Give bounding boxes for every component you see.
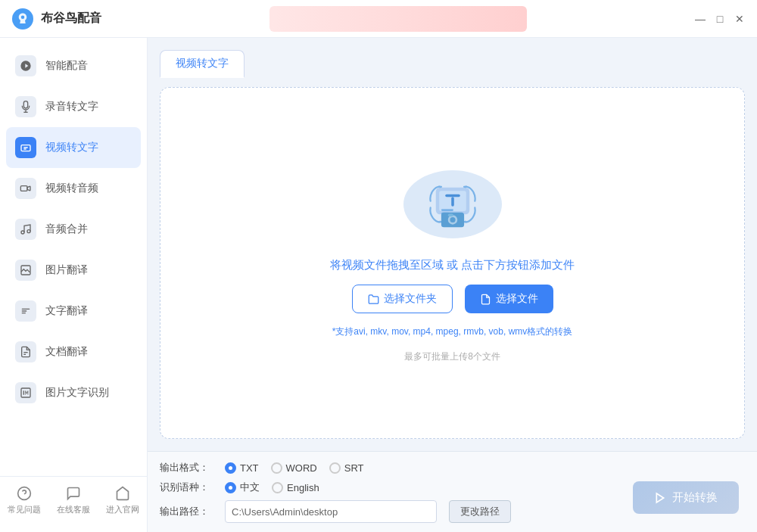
select-folder-label: 选择文件夹 [384,292,437,306]
main-layout: 智能配音录音转文字视频转文字视频转音频音频合并图片翻译文字翻译文档翻译图片文字识… [0,38,757,532]
video2audio-icon [15,178,36,199]
sidebar-item-website-label: 进入官网 [106,504,139,515]
svg-point-6 [27,230,30,233]
sidebar: 智能配音录音转文字视频转文字视频转音频音频合并图片翻译文字翻译文档翻译图片文字识… [0,38,148,532]
upload-limit: 最多可批量上传8个文件 [404,350,500,363]
svg-point-21 [450,217,455,222]
upload-panel: 将视频文件拖拽至区域 或 点击下方按钮添加文件 选择文件夹 选择文 [160,87,745,439]
sidebar-item-support-label: 在线客服 [57,504,90,515]
path-label: 输出路径： [160,505,213,518]
upload-illustration [400,163,506,246]
select-file-button[interactable]: 选择文件 [465,285,553,313]
svg-rect-4 [20,186,27,191]
svg-point-0 [21,15,25,19]
sidebar-item-imgtrans-label: 图片翻译 [45,263,88,277]
svg-rect-16 [451,197,454,206]
app-title: 布谷鸟配音 [41,11,101,26]
format-srt-radio[interactable] [329,462,341,474]
upload-hint: 将视频文件拖拽至区域 或 点击下方按钮添加文件 [330,258,575,272]
format-srt-label: SRT [344,462,364,474]
sidebar-item-audiomerge-label: 音频合并 [45,222,88,236]
select-file-label: 选择文件 [496,292,538,306]
svg-point-5 [21,231,24,234]
upload-buttons: 选择文件夹 选择文件 [352,285,553,313]
svg-rect-22 [447,213,453,216]
lang-chinese-radio[interactable] [225,482,236,493]
sidebar-item-faq-label: 常见问题 [8,504,41,515]
tab-video2text[interactable]: 视频转文字 [160,50,245,78]
format-word-radio[interactable] [271,462,282,474]
video2text-icon [15,137,36,158]
doctrans-icon [15,341,36,362]
sidebar-item-video2text[interactable]: 视频转文字 [6,127,141,168]
format-row: 输出格式： TXT WORD SRT [160,461,745,474]
sidebar-item-doctrans-label: 文档翻译 [45,345,88,359]
svg-rect-3 [21,145,30,151]
format-options: TXT WORD SRT [225,462,364,474]
lang-english-radio[interactable] [272,482,283,493]
titlebar-center [101,6,695,32]
format-srt[interactable]: SRT [329,462,364,474]
sidebar-item-doctrans[interactable]: 文档翻译 [0,331,147,372]
lang-chinese[interactable]: 中文 [225,481,260,494]
format-txt[interactable]: TXT [225,462,259,474]
lang-english[interactable]: English [272,482,319,493]
start-button[interactable]: 开始转换 [633,481,739,514]
svg-rect-15 [445,194,460,198]
sidebar-item-zhipei-label: 智能配音 [45,59,88,73]
upload-formats: *支持avi, mkv, mov, mp4, mpeg, rmvb, vob, … [332,325,573,338]
audiomerge-icon [15,219,36,240]
close-button[interactable]: ✕ [734,14,745,24]
window-controls: — □ ✕ [695,14,745,24]
app-logo [12,8,33,30]
language-options: 中文 English [225,481,319,494]
select-folder-button[interactable]: 选择文件夹 [352,285,453,313]
sidebar-item-texttrans-label: 文字翻译 [45,304,88,318]
sidebar-item-luyin[interactable]: 录音转文字 [0,86,147,127]
sidebar-item-audiomerge[interactable]: 音频合并 [0,209,147,250]
language-label: 识别语种： [160,481,213,494]
ocr-icon [15,382,36,403]
luyin-icon [15,96,36,117]
sidebar-item-imgtrans[interactable]: 图片翻译 [0,250,147,291]
content-area: 视频转文字 [148,38,757,451]
format-word[interactable]: WORD [271,462,317,474]
imgtrans-icon [15,260,36,281]
lang-english-label: English [287,482,319,493]
sidebar-item-ocr-label: 图片文字识别 [45,386,109,400]
change-path-button[interactable]: 更改路径 [449,500,511,523]
lang-chinese-label: 中文 [240,481,260,494]
sidebar-item-luyin-label: 录音转文字 [45,100,98,114]
format-txt-radio[interactable] [225,462,236,474]
sidebar-item-ocr[interactable]: 图片文字识别 [0,372,147,413]
texttrans-icon [15,300,36,322]
app-brand: 布谷鸟配音 [12,8,101,30]
tab-bar: 视频转文字 [160,50,745,78]
svg-marker-23 [656,493,663,502]
minimize-button[interactable]: — [695,14,706,24]
svg-rect-17 [441,209,453,211]
sidebar-item-support[interactable]: 在线客服 [57,486,90,515]
sidebar-item-texttrans[interactable]: 文字翻译 [0,291,147,331]
promo-banner [269,6,527,32]
page-right: 视频转文字 [148,38,757,532]
sidebar-item-video2audio[interactable]: 视频转音频 [0,168,147,209]
restore-button[interactable]: □ [715,14,725,24]
titlebar: 布谷鸟配音 — □ ✕ [0,0,757,38]
sidebar-item-faq[interactable]: 常见问题 [8,486,41,515]
start-button-label: 开始转换 [672,490,718,505]
path-input[interactable] [225,500,437,523]
sidebar-item-website[interactable]: 进入官网 [106,486,139,515]
sidebar-item-zhipei[interactable]: 智能配音 [0,45,147,86]
format-txt-label: TXT [240,462,259,474]
sidebar-item-video2audio-label: 视频转音频 [45,182,98,195]
illus-icon [422,178,483,231]
sidebar-bottom: 常见问题 在线客服 进入官网 [0,476,147,524]
zhipei-icon [15,55,36,76]
format-label: 输出格式： [160,461,213,474]
format-word-label: WORD [286,462,317,474]
sidebar-item-video2text-label: 视频转文字 [45,141,98,154]
